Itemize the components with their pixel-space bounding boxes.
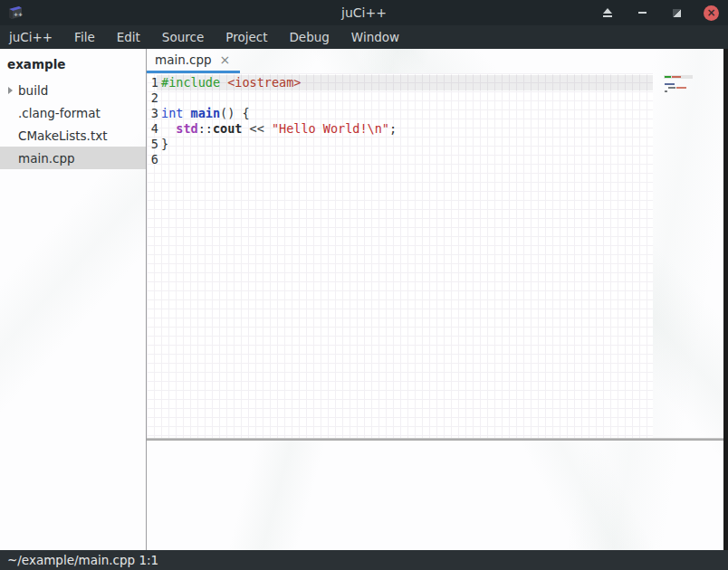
window-controls: ×: [600, 0, 719, 25]
close-icon: ×: [706, 7, 715, 18]
menu-item-window[interactable]: Window: [340, 25, 410, 49]
tab-main-cpp[interactable]: main.cpp ×: [147, 49, 240, 73]
token: () {: [220, 106, 250, 120]
minimap-row: [665, 87, 694, 89]
close-button[interactable]: ×: [704, 5, 719, 21]
code-text: std::cout << "Hello World!\n";: [158, 121, 397, 137]
token: ;: [389, 121, 397, 136]
code-line: 4 std::cout << "Hello World!\n";: [147, 121, 653, 137]
menu-item-file[interactable]: File: [63, 25, 106, 49]
minimap-indent: [665, 87, 667, 89]
line-number: 4: [149, 121, 158, 137]
minimap-row: [665, 90, 694, 92]
code-line: 3int main() {: [147, 106, 653, 121]
token: ::: [198, 121, 213, 136]
minimap-code-segment: [665, 83, 675, 85]
title-bar: ++ juCi++ ×: [0, 0, 728, 25]
line-number: 5: [149, 137, 158, 152]
file-tree: build.clang-formatCMakeLists.txtmain.cpp: [0, 79, 146, 169]
tab-label: main.cpp: [155, 52, 212, 67]
shade-button[interactable]: [600, 5, 615, 20]
token: [220, 75, 227, 90]
minimap-row: [665, 80, 694, 81]
tree-item--clang-format[interactable]: .clang-format: [0, 101, 146, 124]
token: <iostream>: [227, 75, 301, 90]
minimap-row: [665, 83, 694, 85]
token: "Hello World!\n": [272, 121, 389, 136]
expander-icon[interactable]: [0, 87, 16, 94]
code-line: 1#include <iostream>: [147, 75, 653, 90]
minimap-row: [665, 76, 694, 78]
tree-item-label: main.cpp: [16, 151, 75, 166]
tree-item-main-cpp[interactable]: main.cpp: [0, 147, 146, 169]
minimap[interactable]: [665, 76, 694, 94]
minimize-button[interactable]: [635, 5, 649, 20]
menu-item-debug[interactable]: Debug: [278, 25, 340, 49]
code-line: 2: [147, 90, 653, 106]
minimap-code-segment: [665, 76, 671, 78]
restore-icon: [673, 9, 681, 17]
restore-button[interactable]: [669, 5, 684, 20]
token: main: [191, 106, 221, 120]
tree-item-label: .clang-format: [16, 106, 101, 120]
editor-column: main.cpp × 1#include <iostream>23int mai…: [147, 49, 728, 550]
token: #include: [161, 75, 220, 90]
minimap-code-segment: [665, 90, 667, 92]
tab-bar: main.cpp ×: [147, 49, 728, 73]
line-number: 2: [149, 90, 158, 106]
tree-item-build[interactable]: build: [0, 79, 146, 101]
token: int: [161, 106, 183, 120]
shade-icon: [603, 8, 612, 14]
source-editor[interactable]: 1#include <iostream>23int main() {4 std:…: [147, 73, 728, 438]
code-line: 5}: [147, 137, 653, 152]
tree-item-label: CMakeLists.txt: [16, 128, 108, 143]
line-number: 1: [149, 75, 158, 90]
main-area: example build.clang-formatCMakeLists.txt…: [0, 49, 728, 550]
minimap-code-segment: [672, 76, 681, 78]
status-file-location: ~/example/main.cpp 1:1: [7, 553, 158, 567]
token: [183, 106, 190, 120]
token: cout: [213, 121, 243, 136]
juci-app-icon: ++: [5, 3, 25, 23]
token: [161, 121, 176, 136]
project-root-label: example: [0, 53, 146, 79]
menu-item-project[interactable]: Project: [215, 25, 278, 49]
menu-bar: juCi++FileEditSourceProjectDebugWindow: [0, 25, 728, 49]
code-line: 6: [147, 152, 653, 167]
code-text: [158, 90, 161, 106]
status-bar: ~/example/main.cpp 1:1: [0, 550, 728, 570]
code-text: int main() {: [158, 106, 250, 121]
terminal-panel[interactable]: [147, 441, 728, 550]
token: std: [176, 121, 197, 136]
code-text: #include <iostream>: [158, 75, 301, 90]
file-tree-panel: example build.clang-formatCMakeLists.txt…: [0, 49, 147, 550]
token: <<: [242, 121, 272, 136]
tab-close-icon[interactable]: ×: [220, 53, 231, 66]
minimap-code-segment: [668, 87, 675, 89]
minimap-code-segment: [676, 87, 686, 89]
line-number: 6: [149, 152, 158, 167]
svg-text:++: ++: [14, 11, 23, 17]
tree-item-label: build: [16, 83, 48, 98]
code-text: }: [158, 137, 168, 152]
menu-item-source[interactable]: Source: [151, 25, 215, 49]
minimize-icon: [638, 12, 647, 14]
menu-item-edit[interactable]: Edit: [106, 25, 151, 49]
line-number: 3: [149, 106, 158, 121]
shade-icon-bar: [603, 15, 612, 17]
menu-item-juci[interactable]: juCi++: [2, 25, 63, 49]
code-lines: 1#include <iostream>23int main() {4 std:…: [147, 75, 653, 167]
tree-item-cmakelists-txt[interactable]: CMakeLists.txt: [0, 124, 146, 147]
window-right-edge: [723, 49, 728, 550]
app-window: ++ juCi++ × juCi++FileEditSourceProjectD…: [0, 0, 728, 570]
code-text: [158, 152, 161, 167]
token: }: [161, 137, 168, 151]
